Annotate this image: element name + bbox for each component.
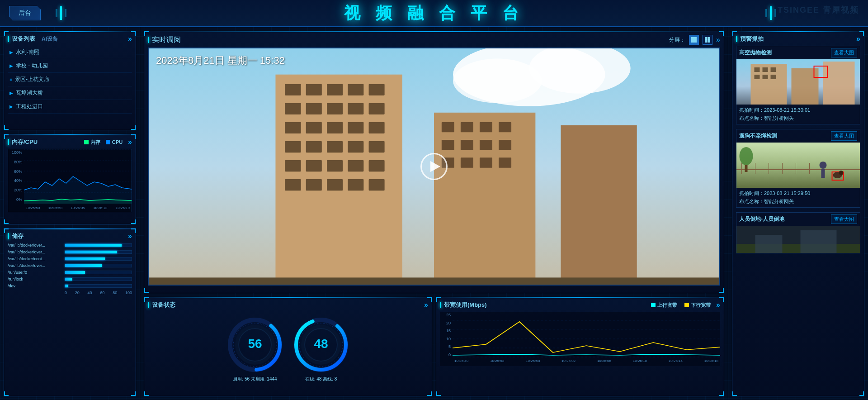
device-list-items: ▶ 水利-南照 ▶ 学校 - 幼儿园 ■ 景区-上杭文庙 ▶ 瓦埠湖大桥 ▶ (8, 46, 132, 114)
svg-rect-21 (369, 103, 385, 114)
svg-rect-47 (442, 140, 454, 150)
gauge-enabled: 56 启用: 56 未启用: 1444 (226, 315, 284, 382)
device-item-label: 景区-上杭文庙 (15, 76, 49, 83)
device-list-header: 设备列表 AI设备 » (8, 35, 132, 43)
device-item[interactable]: ■ 景区-上杭文庙 (8, 73, 132, 86)
svg-rect-45 (480, 122, 492, 132)
split-4-button[interactable] (703, 35, 712, 45)
alert-2-image (736, 143, 860, 188)
bandwidth-header: 带宽使用(Mbps) 上行宽带 下行宽带 (440, 301, 720, 309)
gauge-2-label: 在线: 48 离线: 8 (305, 376, 337, 382)
alert-item-1: 高空抛物检测 查看大图 (736, 46, 860, 124)
svg-rect-50 (499, 140, 511, 150)
back-button[interactable]: 后台 (9, 6, 41, 20)
bandwidth-expand[interactable]: » (716, 301, 720, 309)
alert-1-header: 高空抛物检测 查看大图 (736, 46, 860, 59)
device-item[interactable]: ▶ 水利-南照 (8, 46, 132, 59)
split-1-button[interactable] (689, 35, 699, 45)
alert-3-header: 人员倒地-人员倒地 查看大图 (736, 213, 860, 226)
alert-1-location: 布点名称：智能分析网关 (739, 114, 857, 123)
alert-3-image (736, 226, 860, 253)
device-item-label: 工程处进口 (16, 103, 43, 110)
device-list-panel: 设备列表 AI设备 » ▶ 水利-南照 ▶ 学校 - 幼儿园 ■ 景区-上杭文庙 (4, 31, 136, 130)
alert-3-view-btn[interactable]: 查看大图 (831, 214, 857, 224)
alert-2-title: 遛狗不牵绳检测 (739, 132, 777, 140)
video-player[interactable]: 2023年8月21日 星期一 15:32 (148, 48, 720, 286)
ai-device-tab[interactable]: AI设备 (42, 35, 58, 43)
device-item[interactable]: ▶ 学校 - 幼儿园 (8, 59, 132, 73)
bottom-row: 设备状态 » (144, 297, 724, 396)
cpu-legend-label: CPU (112, 139, 123, 145)
svg-rect-83 (763, 75, 768, 79)
cpu-memory-chart: 100%80%60%40%20%0% (8, 149, 132, 212)
play-icon (430, 161, 440, 172)
svg-rect-41 (369, 179, 385, 190)
alert-panel-expand[interactable]: » (856, 35, 860, 43)
svg-point-100 (839, 171, 844, 175)
svg-point-94 (740, 147, 753, 165)
device-status-expand[interactable]: » (424, 301, 428, 309)
device-list-title: 设备列表 (12, 35, 35, 43)
storage-expand[interactable]: » (128, 232, 132, 240)
device-item[interactable]: ▶ 工程处进口 (8, 100, 132, 114)
storage-item: /run/user/0 (8, 270, 132, 275)
split-1-icon (691, 37, 697, 43)
svg-rect-30 (348, 141, 363, 152)
storage-item: /var/lib/docker/over... (8, 243, 132, 248)
alert-item-3: 人员倒地-人员倒地 查看大图 (736, 212, 860, 253)
chart-svg-container (24, 149, 132, 204)
play-button[interactable] (420, 153, 448, 180)
cpu-memory-header: 内存/CPU 内存 CPU » (8, 138, 132, 146)
bandwidth-legend: 上行宽带 下行宽带 (651, 302, 711, 309)
alert-1-view-btn[interactable]: 查看大图 (831, 48, 857, 57)
cpu-memory-expand[interactable]: » (128, 138, 132, 146)
svg-rect-81 (771, 67, 776, 72)
upload-legend-color (651, 303, 656, 307)
svg-rect-27 (285, 141, 301, 152)
alert-1-image (736, 59, 860, 105)
svg-rect-37 (285, 179, 301, 190)
svg-rect-84 (771, 75, 776, 79)
center-panel: 实时调阅 分屏： » (140, 27, 728, 400)
svg-point-96 (820, 162, 827, 169)
video-expand[interactable]: » (716, 36, 720, 44)
device-list-expand[interactable]: » (128, 35, 132, 43)
gauge-1-svg: 56 (226, 315, 284, 374)
bw-svg-container (453, 312, 720, 358)
alert-panel: 预警抓拍 » 高空抛物检测 查看大图 (732, 31, 864, 396)
device-status-panel: 设备状态 » (144, 297, 432, 396)
gauges-container: 56 启用: 56 未启用: 1444 (148, 312, 428, 386)
svg-rect-55 (561, 125, 637, 285)
svg-point-10 (453, 59, 542, 103)
svg-rect-38 (306, 179, 322, 190)
memory-legend-label: 内存 (90, 139, 100, 146)
svg-rect-46 (499, 122, 511, 132)
alert-2-capture-time: 抓拍时间：2023-08-21 15:29:50 (739, 190, 857, 198)
svg-rect-54 (499, 157, 511, 167)
y-axis-labels: 100%80%60%40%20%0% (8, 149, 24, 203)
gauge-online: 48 在线: 48 离线: 8 (292, 315, 350, 382)
bandwidth-panel: 带宽使用(Mbps) 上行宽带 下行宽带 (436, 297, 724, 396)
svg-rect-17 (285, 103, 301, 114)
video-controls: 分屏： » (669, 35, 720, 45)
upload-legend-label: 上行宽带 (657, 302, 677, 309)
alert-2-view-btn[interactable]: 查看大图 (831, 131, 857, 141)
storage-item: /dev (8, 284, 132, 288)
right-panel: 预警抓拍 » 高空抛物检测 查看大图 (728, 27, 868, 400)
svg-rect-18 (306, 103, 322, 114)
svg-rect-22 (285, 122, 301, 133)
device-item[interactable]: ▶ 瓦埠湖大桥 (8, 86, 132, 100)
svg-rect-39 (327, 179, 343, 190)
svg-rect-40 (348, 179, 363, 190)
svg-text:48: 48 (314, 337, 328, 351)
svg-rect-102 (736, 244, 860, 253)
svg-rect-43 (442, 122, 454, 132)
header-deco-right (764, 0, 778, 26)
storage-items: /var/lib/docker/over... /var/lib/docker/… (8, 243, 132, 288)
alert-1-title: 高空抛物检测 (739, 49, 772, 57)
memory-legend-color (84, 140, 89, 144)
svg-rect-53 (480, 157, 492, 167)
svg-rect-52 (461, 157, 473, 167)
storage-item: /var/lib/docker/over... (8, 250, 132, 254)
alert-2-info: 抓拍时间：2023-08-21 15:29:50 布点名称：智能分析网关 (736, 188, 860, 207)
